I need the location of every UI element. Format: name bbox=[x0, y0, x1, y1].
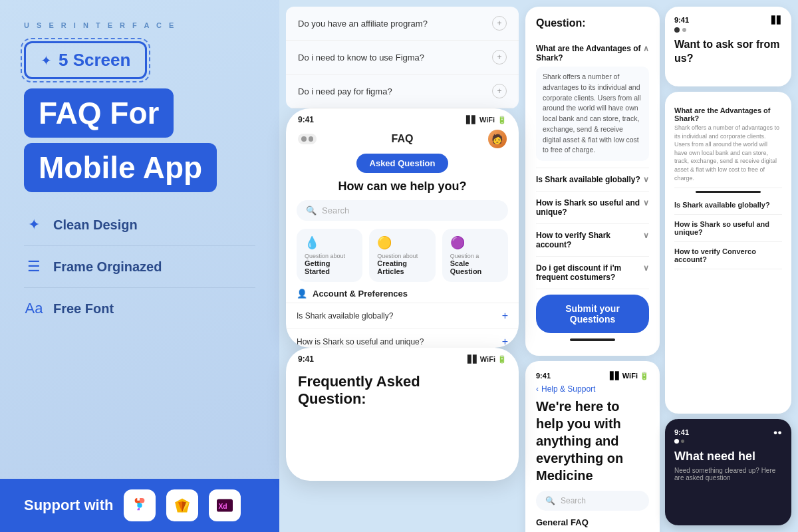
acc-item-5[interactable]: Do i get discount if i'm frequent costum… bbox=[536, 257, 649, 289]
hs-time: 9:41 bbox=[536, 372, 551, 380]
faq-expand-1[interactable]: + bbox=[492, 16, 507, 31]
cat-about-3: Question a bbox=[450, 253, 500, 259]
phone-header: FAQ 🧑 bbox=[286, 127, 519, 154]
sparkle-icon: ✦ bbox=[24, 216, 44, 233]
cursor-icon: ✦ bbox=[41, 53, 52, 68]
category-scale[interactable]: 🟣 Question a ScaleQuestion bbox=[442, 229, 508, 282]
hs-search-placeholder: Search bbox=[561, 496, 586, 505]
status-icons: ▋▋ WiFi 🔋 bbox=[466, 116, 507, 124]
dot1 bbox=[301, 136, 307, 142]
hs-back-button[interactable]: ‹ Help & Support bbox=[536, 384, 649, 394]
cat-icon-2: 🟡 bbox=[377, 235, 427, 250]
cat-about-2: Question about bbox=[377, 253, 427, 259]
rsp-item-2[interactable]: Is Shark available globally? bbox=[674, 196, 782, 215]
clean-design-label: Clean Design bbox=[53, 217, 138, 233]
hs-title: We're here to help you with anything and… bbox=[536, 398, 649, 484]
want-ask-title: Want to ask sor from us? bbox=[674, 38, 782, 66]
dot2 bbox=[309, 136, 314, 142]
acc-header-5[interactable]: Do i get discount if i'm frequent costum… bbox=[536, 263, 649, 282]
acc-item-1[interactable]: What are the Advantages of Shark? ∧ Shar… bbox=[536, 37, 649, 168]
plus-icon-1: + bbox=[502, 310, 508, 322]
acc-q-2: Is Shark available globally? bbox=[536, 175, 640, 184]
dp-dot2 bbox=[681, 440, 684, 443]
svg-text:Xd: Xd bbox=[219, 503, 227, 510]
status-bar-2: 9:41 ▋▋ WiFi 🔋 bbox=[286, 348, 519, 366]
hs-back-label: Help & Support bbox=[541, 384, 595, 394]
left-panel: U S E R I N T E R F A C E ✦ 5 Screen FAQ… bbox=[0, 0, 279, 532]
font-icon: Aa bbox=[24, 300, 44, 317]
asked-question-button[interactable]: Asked Question bbox=[356, 154, 449, 173]
search-icon: 🔍 bbox=[306, 205, 317, 215]
rtp-status-bar: 9:41 ▋▋ bbox=[674, 16, 782, 25]
faq-expand-2[interactable]: + bbox=[492, 50, 507, 65]
hs-search[interactable]: 🔍 Search bbox=[536, 491, 649, 511]
search-bar[interactable]: 🔍 Search bbox=[297, 200, 508, 221]
acc-item-4[interactable]: How to verify Shark account? ∨ bbox=[536, 224, 649, 257]
font-label: Free Font bbox=[53, 301, 114, 317]
right-col2: 9:41 ▋▋ Want to ask sor from us? What ar… bbox=[665, 7, 791, 525]
title-line2: Mobile App bbox=[24, 143, 217, 192]
rsp-item-4[interactable]: How to verify Converco account? bbox=[674, 242, 782, 269]
faq-title: FAQ bbox=[392, 133, 414, 145]
middle-section: Do you have an affiliate program? + Do i… bbox=[279, 0, 525, 532]
rtp-dot1 bbox=[674, 27, 680, 33]
header-dots bbox=[298, 134, 317, 144]
title-line2-text: Mobile App bbox=[39, 150, 202, 185]
time-2: 9:41 bbox=[298, 354, 314, 364]
accordion-title: Question: bbox=[536, 17, 649, 29]
screen-badge-text: 5 Screen bbox=[59, 50, 130, 70]
rtp-dot2 bbox=[682, 28, 686, 32]
support-text: Support with bbox=[24, 497, 113, 514]
chevron-2: ∨ bbox=[643, 175, 649, 184]
sketch-icon[interactable] bbox=[166, 489, 198, 521]
account-label: Account & Preferences bbox=[313, 289, 408, 299]
avatar: 🧑 bbox=[488, 130, 507, 148]
phone-faq: 9:41 ▋▋ WiFi 🔋 FAQ 🧑 Asked Question How … bbox=[286, 108, 519, 348]
xd-icon[interactable]: Xd bbox=[209, 489, 241, 521]
acc-q-5: Do i get discount if i'm frequent costum… bbox=[536, 263, 643, 282]
frame-label: Frame Orginazed bbox=[53, 259, 162, 275]
general-faq-label: General FAQ bbox=[536, 517, 649, 527]
status-icons-2: ▋▋ WiFi 🔋 bbox=[467, 355, 507, 364]
acc-item-3[interactable]: How is Shark so useful and unique? ∨ bbox=[536, 192, 649, 224]
faq-top-item-3[interactable]: Do i need pay for figma? + bbox=[286, 74, 519, 108]
faq-top-item-1[interactable]: Do you have an affiliate program? + bbox=[286, 7, 519, 41]
layers-icon: ☰ bbox=[24, 258, 44, 275]
faq-top-item-2[interactable]: Do i need to know to use Figma? + bbox=[286, 41, 519, 74]
account-section-header: 👤 Account & Preferences bbox=[286, 289, 519, 303]
cat-icon-1: 💧 bbox=[305, 235, 354, 250]
acc-header-3[interactable]: How is Shark so useful and unique? ∨ bbox=[536, 198, 649, 217]
submit-questions-button[interactable]: Submit your Questions bbox=[536, 295, 649, 333]
cat-title-2: CreatingArticles bbox=[377, 259, 427, 275]
scroll-divider bbox=[696, 191, 760, 193]
figma-icon[interactable] bbox=[124, 489, 156, 521]
rsp-item-1[interactable]: What are the Advantages of Shark? Shark … bbox=[674, 101, 782, 188]
faq-expand-3[interactable]: + bbox=[492, 84, 507, 98]
bottom-bar: Support with Xd bbox=[0, 479, 279, 532]
dark-panel: 9:41 ●● What need hel Need something cle… bbox=[665, 419, 791, 525]
acc-answer-1: Shark offers a number of advantages to i… bbox=[536, 66, 649, 161]
plus-icon-2: + bbox=[502, 336, 508, 348]
time: 9:41 bbox=[298, 115, 314, 124]
title-line1-text: FAQ For bbox=[39, 96, 159, 130]
title-line1: FAQ For bbox=[24, 88, 174, 138]
hs-status-bar: 9:41 ▋▋ WiFi 🔋 bbox=[536, 372, 649, 380]
right-col1: Question: What are the Advantages of Sha… bbox=[525, 7, 660, 525]
cat-title-1: GettingStarted bbox=[305, 259, 354, 275]
home-indicator-acc bbox=[570, 338, 615, 341]
dp-dot1 bbox=[674, 439, 679, 444]
faq-phone-item-2[interactable]: How is Shark so useful and unique? + bbox=[286, 329, 519, 348]
cat-icon-3: 🟣 bbox=[450, 235, 500, 250]
faq-phone-item-1[interactable]: Is Shark available globally? + bbox=[286, 303, 519, 329]
feature-frame: ☰ Frame Orginazed bbox=[24, 258, 255, 288]
category-getting-started[interactable]: 💧 Question about GettingStarted bbox=[297, 229, 362, 282]
cat-about-1: Question about bbox=[305, 253, 354, 259]
category-articles[interactable]: 🟡 Question about CreatingArticles bbox=[369, 229, 435, 282]
acc-header-4[interactable]: How to verify Shark account? ∨ bbox=[536, 231, 649, 249]
acc-item-2[interactable]: Is Shark available globally? ∨ bbox=[536, 168, 649, 192]
title-block: FAQ For Mobile App bbox=[24, 88, 255, 192]
acc-header-1[interactable]: What are the Advantages of Shark? ∧ bbox=[536, 44, 649, 63]
acc-header-2[interactable]: Is Shark available globally? ∨ bbox=[536, 175, 649, 184]
rsp-item-3[interactable]: How is Shark so useful and unique? bbox=[674, 215, 782, 242]
acc-q-1: What are the Advantages of Shark? bbox=[536, 44, 643, 63]
